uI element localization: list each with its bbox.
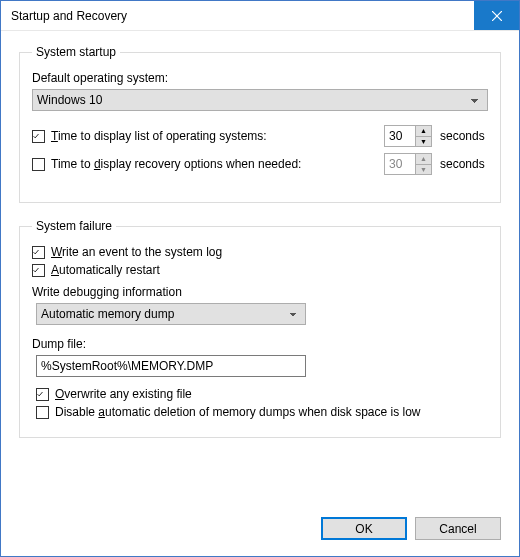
label-display-os-list: Time to display list of operating system…: [51, 129, 267, 143]
unit-recovery: seconds: [440, 157, 488, 171]
label-dump-file: Dump file:: [32, 337, 488, 351]
input-recovery-seconds: [385, 154, 415, 174]
input-os-list-seconds[interactable]: [385, 126, 415, 146]
legend-system-failure: System failure: [32, 219, 116, 233]
group-system-failure: System failure Write an event to the sys…: [19, 219, 501, 438]
spinner-recovery-seconds: ▲ ▼: [384, 153, 432, 175]
spin-up-icon[interactable]: ▲: [416, 126, 431, 136]
input-dump-file[interactable]: [36, 355, 306, 377]
label-display-recovery: Time to display recovery options when ne…: [51, 157, 301, 171]
unit-os-list: seconds: [440, 129, 488, 143]
close-button[interactable]: [474, 1, 519, 30]
spin-up-icon: ▲: [416, 154, 431, 164]
dialog-content: System startup Default operating system:…: [1, 31, 519, 507]
spin-down-icon[interactable]: ▼: [416, 136, 431, 147]
dialog-window: Startup and Recovery System startup Defa…: [0, 0, 520, 557]
legend-system-startup: System startup: [32, 45, 120, 59]
checkbox-write-event[interactable]: [32, 246, 45, 259]
titlebar: Startup and Recovery: [1, 1, 519, 31]
group-system-startup: System startup Default operating system:…: [19, 45, 501, 203]
dialog-footer: OK Cancel: [1, 507, 519, 556]
checkbox-overwrite[interactable]: [36, 388, 49, 401]
label-auto-restart: Automatically restart: [51, 263, 160, 277]
spinner-os-list-seconds[interactable]: ▲ ▼: [384, 125, 432, 147]
close-icon: [492, 11, 502, 21]
ok-button[interactable]: OK: [321, 517, 407, 540]
default-os-label: Default operating system:: [32, 71, 488, 85]
label-debug-info: Write debugging information: [32, 285, 488, 299]
label-write-event: Write an event to the system log: [51, 245, 222, 259]
checkbox-auto-restart[interactable]: [32, 264, 45, 277]
row-display-os-list: Time to display list of operating system…: [32, 125, 488, 147]
checkbox-disable-delete[interactable]: [36, 406, 49, 419]
label-overwrite: Overwrite any existing file: [55, 387, 192, 401]
cancel-button[interactable]: Cancel: [415, 517, 501, 540]
checkbox-display-os-list[interactable]: [32, 130, 45, 143]
spin-down-icon: ▼: [416, 164, 431, 175]
select-debug-info[interactable]: Automatic memory dump: [36, 303, 306, 325]
label-disable-delete: Disable automatic deletion of memory dum…: [55, 405, 421, 419]
checkbox-display-recovery[interactable]: [32, 158, 45, 171]
default-os-select[interactable]: Windows 10: [32, 89, 488, 111]
row-display-recovery: Time to display recovery options when ne…: [32, 153, 488, 175]
window-title: Startup and Recovery: [1, 9, 127, 23]
